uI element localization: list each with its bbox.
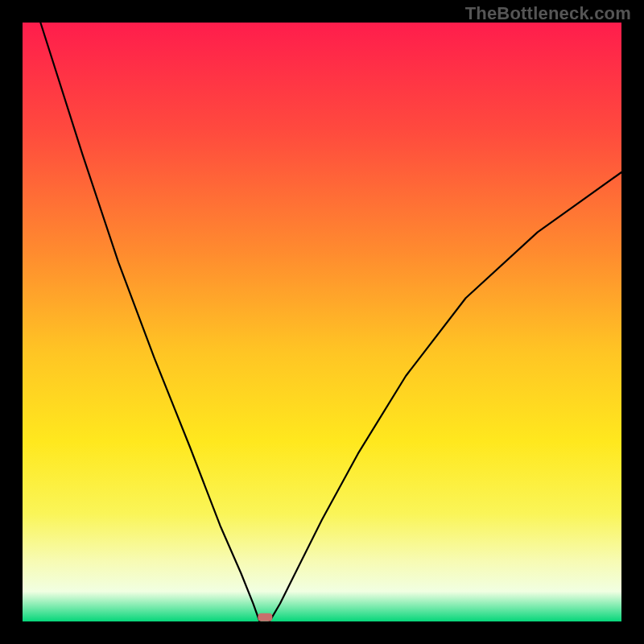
curve-right [270, 172, 621, 621]
curve-layer [23, 23, 621, 621]
chart-frame: TheBottleneck.com [0, 0, 644, 644]
watermark-text: TheBottleneck.com [465, 3, 631, 24]
curve-left [40, 23, 259, 621]
plot-area [23, 23, 621, 621]
minimum-marker [258, 613, 272, 621]
